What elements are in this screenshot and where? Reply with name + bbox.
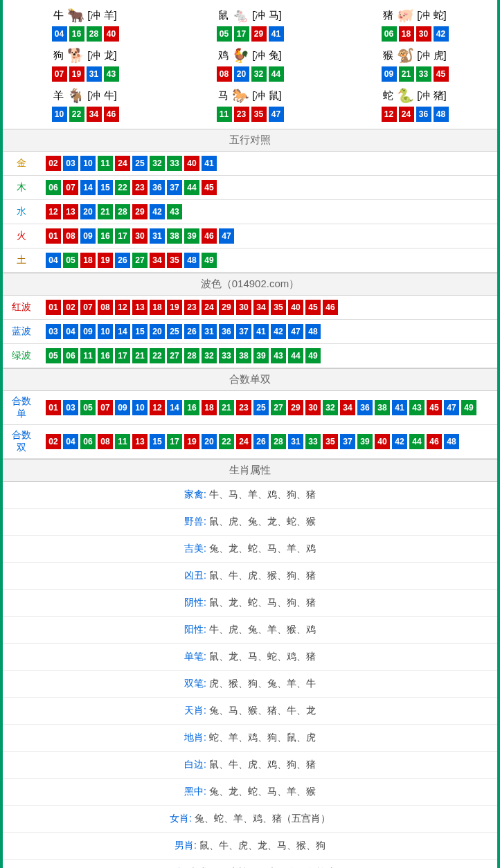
number-ball: 45	[434, 66, 449, 82]
number-ball: 10	[52, 107, 67, 122]
number-ball: 10	[80, 156, 96, 171]
zodiac-conflict: [冲 龙]	[87, 49, 117, 62]
table-row: 金02031011242532334041	[3, 152, 497, 176]
number-ball: 47	[219, 228, 234, 244]
number-ball: 06	[80, 434, 96, 449]
number-ball: 34	[150, 253, 165, 268]
bose-table: 红波0102070812131819232429303435404546蓝波03…	[3, 296, 497, 368]
number-ball: 29	[288, 400, 303, 415]
zodiac-icon: 🐂	[65, 7, 86, 24]
zodiac-conflict: [冲 蛇]	[417, 9, 447, 22]
zodiac-name: 猪	[383, 9, 393, 22]
attr-row: 凶丑:鼠、牛、虎、猴、狗、猪	[3, 563, 497, 590]
number-ball: 47	[444, 400, 459, 415]
zodiac-cell: 猪🐖[冲 蛇]06183042	[332, 4, 497, 44]
row-balls: 03040910141520252631363741424748	[40, 320, 497, 344]
number-ball: 16	[98, 228, 113, 244]
number-ball: 29	[132, 204, 148, 219]
number-ball: 40	[288, 300, 303, 315]
attr-row: 家禽:牛、马、羊、鸡、狗、猪	[3, 482, 497, 509]
number-ball: 40	[184, 156, 199, 171]
number-ball: 46	[323, 300, 338, 315]
attr-row: 阳性:牛、虎、兔、羊、猴、鸡	[3, 617, 497, 644]
number-ball: 07	[80, 300, 96, 315]
number-ball: 44	[288, 348, 303, 363]
number-ball: 06	[46, 180, 61, 195]
row-label: 红波	[3, 296, 40, 320]
number-ball: 11	[217, 107, 232, 122]
zodiac-icon: 🐐	[65, 87, 86, 104]
number-ball: 19	[167, 300, 182, 315]
zodiac-name: 蛇	[383, 89, 393, 102]
number-ball: 28	[87, 26, 102, 42]
row-label: 土	[3, 248, 40, 273]
zodiac-icon: 🐕	[65, 47, 86, 64]
number-ball: 19	[184, 434, 199, 449]
number-ball: 05	[217, 26, 232, 42]
number-ball: 43	[271, 348, 286, 363]
row-label: 蓝波	[3, 320, 40, 344]
number-ball: 33	[219, 348, 234, 363]
number-ball: 36	[150, 180, 165, 195]
attr-key: 白边:	[184, 759, 206, 770]
number-ball: 48	[184, 253, 199, 268]
number-ball: 42	[271, 324, 286, 339]
number-ball: 31	[150, 228, 165, 244]
wuxing-table: 金02031011242532334041木060714152223363744…	[3, 152, 497, 273]
number-ball: 08	[63, 228, 78, 244]
number-ball: 25	[253, 400, 269, 415]
number-ball: 05	[46, 348, 61, 363]
number-ball: 46	[104, 107, 119, 122]
number-ball: 30	[305, 400, 321, 415]
attr-key: 男肖:	[175, 840, 197, 851]
number-ball: 21	[219, 400, 234, 415]
number-ball: 14	[80, 180, 96, 195]
number-ball: 31	[87, 66, 102, 82]
number-ball: 39	[184, 228, 199, 244]
number-ball: 31	[202, 324, 217, 339]
zodiac-cell: 鼠🐁[冲 马]05172941	[168, 4, 332, 44]
number-ball: 35	[251, 107, 267, 122]
table-row: 红波0102070812131819232429303435404546	[3, 296, 497, 320]
number-ball: 06	[382, 26, 397, 42]
number-ball: 28	[184, 348, 199, 363]
number-ball: 39	[253, 348, 269, 363]
number-ball: 17	[167, 434, 182, 449]
number-ball: 37	[236, 324, 251, 339]
number-ball: 37	[340, 434, 355, 449]
number-ball: 32	[323, 400, 338, 415]
table-row: 水1213202128294243	[3, 200, 497, 224]
number-ball: 12	[150, 400, 165, 415]
attr-row: 单笔:鼠、龙、马、蛇、鸡、猪	[3, 644, 497, 671]
attr-key: 家禽:	[184, 489, 206, 500]
number-ball: 02	[46, 156, 61, 171]
number-ball: 11	[115, 434, 130, 449]
zodiac-icon: 🐒	[395, 47, 416, 64]
table-row: 蓝波03040910141520252631363741424748	[3, 320, 497, 344]
zodiac-balls: 08203244	[168, 66, 332, 82]
zodiac-conflict: [冲 虎]	[417, 49, 447, 62]
attr-value: 蛇、羊、鸡、狗、鼠、虎	[209, 732, 316, 743]
number-ball: 12	[382, 107, 397, 122]
number-ball: 21	[399, 66, 414, 82]
number-ball: 21	[98, 204, 113, 219]
attr-key: 吉美:	[184, 543, 206, 554]
zodiac-header: 狗🐕[冲 龙]	[3, 47, 168, 64]
table-row: 合数双0204060811131517192022242628313335373…	[3, 425, 497, 459]
number-ball: 33	[305, 434, 321, 449]
number-ball: 16	[184, 400, 199, 415]
attr-row: 阴性:鼠、龙、蛇、马、狗、猪	[3, 590, 497, 617]
number-ball: 09	[80, 324, 96, 339]
number-ball: 29	[219, 300, 234, 315]
row-label: 火	[3, 224, 40, 248]
number-ball: 36	[219, 324, 234, 339]
row-balls: 0102070812131819232429303435404546	[40, 296, 497, 320]
table-row: 木06071415222336374445	[3, 176, 497, 200]
number-ball: 04	[46, 253, 61, 268]
zodiac-name: 鼠	[218, 9, 229, 22]
zodiac-balls: 11233547	[168, 107, 332, 122]
attr-row: 三合:鼠龙猴、牛蛇鸡、虎马狗、兔羊猪	[3, 860, 497, 868]
zodiac-icon: 🐁	[230, 7, 251, 24]
number-ball: 40	[375, 434, 390, 449]
number-ball: 25	[132, 156, 148, 171]
